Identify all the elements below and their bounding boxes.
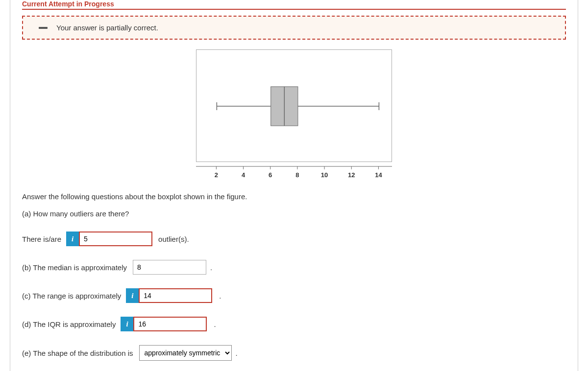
axis-svg: 2468101214	[186, 163, 402, 181]
question-d-label: (d) The IQR is approximately	[22, 320, 116, 328]
svg-text:14: 14	[375, 171, 382, 179]
answer-e-select[interactable]: approximately symmetric	[139, 345, 232, 361]
answer-d-input[interactable]	[133, 317, 207, 331]
svg-text:2: 2	[215, 171, 218, 179]
question-c-row: (c) The range is approximately i .	[22, 288, 566, 303]
question-c-label: (c) The range is approximately	[22, 292, 121, 300]
answer-b-input[interactable]	[133, 260, 206, 275]
question-d-row: (d) The IQR is approximately i .	[22, 317, 566, 331]
period: .	[236, 349, 238, 357]
question-a-row: There is/are i outlier(s).	[22, 232, 566, 246]
question-a-lead: There is/are	[22, 235, 61, 243]
feedback-text: Your answer is partially correct.	[56, 23, 158, 32]
question-e-row: (e) The shape of the distribution is app…	[22, 345, 566, 361]
boxplot-svg	[196, 49, 392, 162]
period: .	[219, 292, 221, 300]
answer-c-input[interactable]	[139, 288, 212, 303]
minus-icon	[39, 27, 48, 29]
info-icon[interactable]: i	[121, 317, 133, 331]
answer-a-input[interactable]	[79, 232, 152, 246]
boxplot-figure: 2468101214	[22, 49, 566, 183]
svg-text:12: 12	[348, 171, 355, 179]
question-e-label: (e) The shape of the distribution is	[22, 349, 133, 357]
feedback-box: Your answer is partially correct.	[22, 16, 566, 40]
info-icon[interactable]: i	[126, 288, 139, 303]
question-b-label: (b) The median is approximately	[22, 263, 127, 272]
section-title: Current Attempt in Progress	[22, 0, 566, 10]
question-b-row: (b) The median is approximately .	[22, 260, 566, 275]
svg-text:8: 8	[295, 171, 299, 179]
intro-text: Answer the following questions about the…	[22, 192, 566, 201]
period: .	[214, 320, 216, 328]
question-a-trail: outlier(s).	[158, 235, 189, 243]
info-icon[interactable]: i	[66, 232, 79, 246]
svg-text:4: 4	[242, 171, 245, 179]
svg-text:10: 10	[321, 171, 328, 179]
period: .	[210, 263, 212, 272]
question-a-prompt: (a) How many outliers are there?	[22, 209, 566, 218]
svg-text:6: 6	[269, 171, 272, 179]
